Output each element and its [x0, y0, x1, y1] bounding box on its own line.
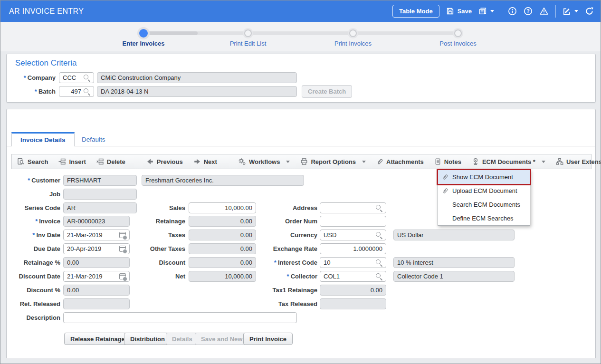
company-input[interactable]: CCC: [59, 72, 94, 83]
ecm-documents-button[interactable]: ECM Documents *: [467, 154, 551, 169]
printer-icon: [300, 158, 308, 165]
step-print-edit-list-dot[interactable]: [244, 29, 252, 37]
series-code-label: Series Code: [10, 202, 60, 213]
customer-label: *Customer: [10, 175, 60, 186]
search-record-icon: [17, 158, 25, 165]
attachments-button[interactable]: Attachments: [371, 154, 429, 169]
selection-criteria-panel: Selection Criteria *Company CCC CMiC Con…: [6, 54, 596, 103]
tax1-retainage-label: Tax1 Retainage: [256, 285, 317, 296]
arrow-left-icon: [146, 158, 154, 165]
chevron-down-icon: [574, 10, 578, 12]
description-input[interactable]: [63, 312, 297, 323]
step-post-invoices-dot[interactable]: [454, 29, 462, 37]
discount-input: 0.00: [189, 257, 256, 268]
help-icon: ?: [524, 7, 533, 16]
step-print-invoices-dot[interactable]: [349, 29, 357, 37]
distribution-button[interactable]: Distribution: [124, 333, 171, 345]
alerts-button[interactable]: [539, 7, 549, 16]
notes-button[interactable]: Notes: [429, 154, 467, 169]
batch-input[interactable]: 497: [59, 86, 94, 97]
exchange-rate-input[interactable]: 1.0000000: [320, 243, 386, 254]
due-date-input[interactable]: 20-Apr-2019: [63, 243, 130, 254]
step-print-invoices-label[interactable]: Print Invoices: [334, 40, 372, 47]
user-extensions-button[interactable]: User Extensions: [551, 154, 601, 169]
step-enter-invoices-label[interactable]: Enter Invoices: [123, 40, 165, 47]
interest-code-input[interactable]: 10: [320, 257, 386, 268]
currency-input[interactable]: USD: [320, 230, 386, 240]
svg-text:?: ?: [526, 8, 530, 14]
details-button[interactable]: Details: [166, 333, 199, 345]
tab-defaults[interactable]: Defaults: [73, 132, 114, 146]
inv-date-input[interactable]: 21-Mar-2019: [63, 230, 130, 240]
selection-criteria-title: Selection Criteria: [15, 58, 76, 68]
app-header: AR INVOICE ENTRY Table Mode Save ?: [0, 0, 601, 22]
release-retainage-button[interactable]: Release Retainage: [64, 333, 131, 345]
net-label: Net: [133, 271, 185, 282]
page-title: AR INVOICE ENTRY: [9, 7, 84, 16]
order-num-input[interactable]: [320, 216, 386, 227]
retainage-pct-input: 0.00: [63, 257, 130, 268]
taxes-label: Taxes: [133, 230, 185, 240]
interest-code-name-field: 10 % interest: [393, 257, 515, 268]
print-reports-button[interactable]: [478, 7, 494, 15]
company-label: *Company: [10, 72, 56, 83]
previous-button[interactable]: Previous: [141, 154, 188, 169]
invoice-toolbar: Search Insert Delete Previous Next Workf…: [11, 154, 591, 169]
create-batch-button[interactable]: Create Batch: [302, 85, 352, 98]
menu-item-upload-ecm-document[interactable]: Upload ECM Document: [438, 184, 530, 198]
menu-item-search-ecm-documents[interactable]: Search ECM Documents: [438, 198, 530, 211]
print-invoice-button[interactable]: Print Invoice: [243, 333, 293, 345]
sales-input[interactable]: 10,000.00: [189, 202, 256, 213]
invoice-label: *Invoice: [10, 216, 60, 227]
footer-strip: [0, 358, 601, 364]
notes-icon: [434, 158, 441, 165]
taxes-input: 0.00: [189, 230, 256, 240]
collector-input[interactable]: COL1: [320, 271, 386, 282]
search-icon[interactable]: [375, 204, 382, 211]
help-button[interactable]: ?: [524, 7, 533, 16]
report-copies-icon: [478, 7, 487, 15]
due-date-label: Due Date: [10, 243, 60, 254]
discount-date-label: Discount Date: [10, 271, 60, 282]
search-icon[interactable]: [83, 74, 90, 81]
customer-input: FRSHMART: [63, 175, 137, 186]
search-icon[interactable]: [375, 273, 382, 280]
edit-mode-button[interactable]: [563, 7, 578, 16]
insert-button[interactable]: Insert: [53, 154, 91, 169]
search-icon[interactable]: [375, 259, 382, 266]
discount-date-input[interactable]: 21-Mar-2019: [63, 271, 130, 282]
discount-pct-input: 0.00: [63, 285, 130, 296]
other-taxes-label: Other Taxes: [133, 243, 185, 254]
delete-button[interactable]: Delete: [91, 154, 131, 169]
collector-name-field: Collector Code 1: [393, 271, 515, 282]
tab-invoice-details[interactable]: Invoice Details: [11, 132, 75, 146]
save-button[interactable]: Save: [446, 7, 472, 15]
menu-item-define-ecm-searches[interactable]: Define ECM Searches: [438, 211, 530, 225]
customer-name-field: Freshmart Groceries Inc.: [142, 175, 304, 186]
report-options-button[interactable]: Report Options: [295, 154, 371, 169]
currency-name-field: US Dollar: [393, 230, 515, 240]
search-button[interactable]: Search: [12, 154, 53, 169]
refresh-button[interactable]: [585, 7, 594, 16]
menu-item-show-ecm-document[interactable]: Show ECM Document: [438, 170, 530, 184]
ret-released-label: Ret. Released: [10, 298, 60, 309]
address-input[interactable]: [320, 202, 386, 213]
workflows-button[interactable]: Workflows: [233, 154, 296, 169]
table-mode-button[interactable]: Table Mode: [392, 5, 439, 18]
step-post-invoices-label[interactable]: Post Invoices: [439, 40, 476, 47]
search-icon[interactable]: [83, 88, 90, 95]
save-and-new-button[interactable]: Save and New: [195, 333, 248, 345]
step-print-edit-list-label[interactable]: Print Edit List: [230, 40, 267, 47]
paperclip-icon: [376, 158, 383, 165]
info-button[interactable]: [508, 7, 517, 16]
search-icon[interactable]: [375, 231, 382, 239]
tax-released-input: [320, 298, 386, 309]
calendar-icon[interactable]: [119, 232, 126, 238]
calendar-icon[interactable]: [119, 246, 126, 252]
chevron-down-icon: [542, 161, 545, 163]
step-enter-invoices-dot[interactable]: [139, 29, 148, 38]
sales-label: Sales: [133, 202, 185, 213]
calendar-icon[interactable]: [119, 273, 126, 279]
next-button[interactable]: Next: [188, 154, 222, 169]
invoice-input: AR-00000023: [63, 216, 130, 227]
